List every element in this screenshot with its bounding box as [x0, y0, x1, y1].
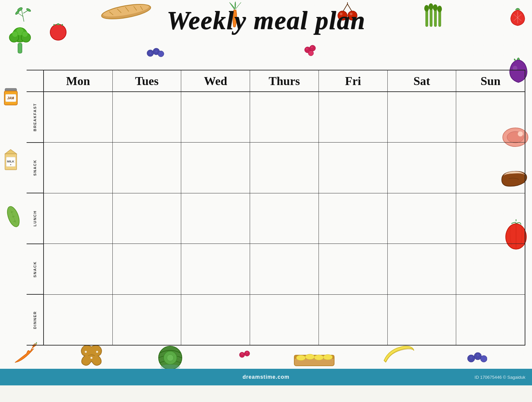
watermark-bar: dreamstime.com ID 170675446 © Sagaiduk: [0, 369, 532, 385]
dinner-wed[interactable]: [181, 295, 250, 345]
svg-point-75: [239, 352, 245, 357]
dinner-row: [44, 295, 525, 345]
raspberries-decoration: [303, 42, 319, 57]
svg-point-88: [470, 356, 472, 358]
header-fri: Fri: [319, 70, 388, 91]
dinner-sun[interactable]: [456, 295, 525, 345]
snack1-mon[interactable]: [44, 143, 113, 193]
snack2-label-cell: SNACK: [27, 244, 43, 295]
lunch-fri[interactable]: [319, 193, 388, 244]
snack2-tues[interactable]: [113, 244, 182, 294]
breakfast-wed[interactable]: [181, 92, 250, 142]
snack2-thurs[interactable]: [250, 244, 319, 294]
lunch-label-cell: LUNCH: [27, 193, 43, 244]
milk-carton-decoration: MILK ♥: [2, 146, 20, 172]
header-spacer: [27, 70, 43, 92]
breakfast-thurs[interactable]: [250, 92, 319, 142]
svg-point-43: [155, 50, 157, 52]
toast-decoration: [293, 345, 336, 369]
snack2-fri[interactable]: [319, 244, 388, 294]
svg-point-48: [311, 47, 313, 48]
svg-point-46: [308, 50, 314, 56]
snack1-fri[interactable]: [319, 143, 388, 193]
banana-decoration: [379, 342, 416, 368]
snack2-sat[interactable]: [388, 244, 457, 294]
snack1-sat[interactable]: [388, 143, 457, 193]
snack1-wed[interactable]: [181, 143, 250, 193]
breakfast-label: BREAKFAST: [33, 103, 37, 131]
lunch-tues[interactable]: [113, 193, 182, 244]
svg-point-77: [241, 353, 243, 354]
svg-point-70: [90, 357, 92, 359]
row-labels: BREAKFAST SNACK LUNCH SNACK DINNER: [27, 70, 43, 346]
snack2-mon[interactable]: [44, 244, 113, 294]
lunch-row: [44, 193, 525, 244]
svg-point-81: [296, 355, 306, 360]
svg-rect-32: [18, 43, 22, 53]
watermark-site: dreamstime.com: [242, 374, 289, 380]
breakfast-label-cell: BREAKFAST: [27, 92, 43, 143]
dinner-mon[interactable]: [44, 295, 113, 345]
snack2-sun[interactable]: [456, 244, 525, 294]
snack1-thurs[interactable]: [250, 143, 319, 193]
breakfast-fri[interactable]: [319, 92, 388, 142]
page-container: JAM MILK ♥: [0, 0, 532, 385]
svg-text:JAM: JAM: [7, 96, 14, 100]
snack1-label-cell: SNACK: [27, 143, 43, 194]
lunch-mon[interactable]: [44, 193, 113, 244]
dinner-label-cell: DINNER: [27, 295, 43, 346]
svg-point-73: [167, 354, 174, 361]
grid-body: [44, 92, 525, 345]
svg-point-47: [306, 48, 308, 50]
svg-point-87: [480, 355, 487, 362]
svg-point-69: [96, 351, 98, 353]
svg-point-84: [323, 354, 332, 360]
lunch-thurs[interactable]: [250, 193, 319, 244]
snack1-row: [44, 143, 525, 193]
lunch-sat[interactable]: [388, 193, 457, 244]
breakfast-row: [44, 92, 525, 143]
breakfast-tues[interactable]: [113, 92, 182, 142]
svg-text:♥: ♥: [10, 163, 11, 166]
cabbage-decoration: [154, 341, 187, 372]
cucumber-decoration: [3, 203, 23, 230]
lunch-label: LUNCH: [33, 210, 37, 227]
header-sun: Sun: [456, 70, 525, 91]
breakfast-mon[interactable]: [44, 92, 113, 142]
lunch-wed[interactable]: [181, 193, 250, 244]
svg-point-78: [246, 352, 248, 353]
snack2-row: [44, 244, 525, 294]
dinner-sat[interactable]: [388, 295, 457, 345]
grid-table: Mon Tues Wed Thurs Fri Sat Sun: [43, 70, 525, 346]
svg-point-42: [149, 52, 151, 54]
snack1-sun[interactable]: [456, 143, 525, 193]
pretzel-decoration: [76, 342, 106, 369]
title-area: Weekly meal plan: [0, 0, 532, 38]
dinner-label: DINNER: [33, 311, 37, 329]
meal-plan-grid: BREAKFAST SNACK LUNCH SNACK DINNER Mon T…: [27, 70, 525, 346]
berries-bottom-decoration: [239, 349, 252, 361]
svg-point-76: [244, 351, 250, 356]
header-mon: Mon: [44, 70, 113, 91]
header-sat: Sat: [388, 70, 457, 91]
snack1-label: SNACK: [33, 159, 37, 176]
header-thurs: Thurs: [250, 70, 319, 91]
grid-header-row: Mon Tues Wed Thurs Fri Sat Sun: [44, 70, 525, 92]
snack2-wed[interactable]: [181, 244, 250, 294]
snack2-label: SNACK: [33, 261, 37, 277]
jam-jar-decoration: JAM: [2, 86, 20, 107]
dinner-thurs[interactable]: [250, 295, 319, 345]
svg-point-89: [477, 354, 479, 356]
breakfast-sat[interactable]: [388, 92, 457, 142]
header-tues: Tues: [113, 70, 182, 91]
blueberries-top-decoration: [146, 47, 165, 61]
breakfast-sun[interactable]: [456, 92, 525, 142]
header-wed: Wed: [181, 70, 250, 91]
snack1-tues[interactable]: [113, 143, 182, 193]
svg-point-68: [85, 351, 87, 353]
dinner-tues[interactable]: [113, 295, 182, 345]
dinner-fri[interactable]: [319, 295, 388, 345]
lunch-sun[interactable]: [456, 193, 525, 244]
svg-marker-54: [5, 150, 17, 154]
svg-point-41: [158, 51, 164, 57]
